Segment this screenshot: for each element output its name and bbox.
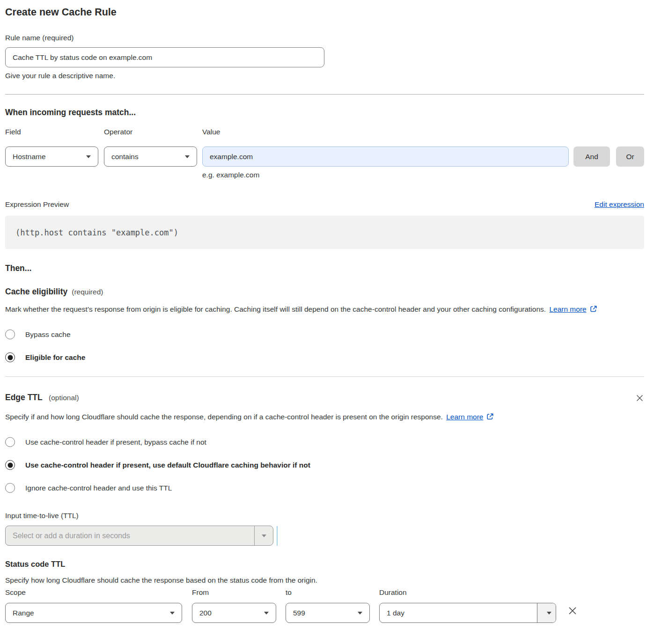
ttl-input-row: Select or add a duration in seconds <box>5 526 644 546</box>
expression-preview-label: Expression Preview <box>5 200 69 209</box>
external-link-icon <box>486 411 494 424</box>
rule-name-label: Rule name (required) <box>5 34 644 42</box>
cache-eligibility-options: Bypass cache Eligible for cache <box>5 329 644 362</box>
rule-name-input[interactable] <box>5 47 324 67</box>
expression-header: Expression Preview Edit expression <box>5 200 644 209</box>
cache-eligibility-heading: Cache eligibility <box>5 287 67 297</box>
radio-checked-icon <box>5 352 15 362</box>
remove-row-icon[interactable] <box>567 606 578 618</box>
status-code-ttl-row: Scope Range From 200 to 599 Duration 1 d… <box>5 588 644 623</box>
text-cursor <box>277 526 278 546</box>
radio-unchecked-icon <box>5 437 15 447</box>
section-divider <box>5 376 644 377</box>
cache-eligibility-description-text: Mark whether the request’s response from… <box>5 305 546 313</box>
cache-eligibility-qualifier: (required) <box>72 288 103 296</box>
radio-option-ignore-header[interactable]: Ignore cache-control header and use this… <box>5 483 644 493</box>
field-select-value: Hostname <box>13 153 46 161</box>
from-select[interactable]: 200 <box>192 603 276 623</box>
duration-select-value: 1 day <box>380 603 537 622</box>
then-heading: Then... <box>5 263 644 273</box>
radio-option-bypass-cache[interactable]: Bypass cache <box>5 329 644 339</box>
match-section: When incoming requests match... Field Op… <box>5 108 644 179</box>
radio-checked-icon <box>5 460 15 470</box>
ttl-input-label: Input time-to-live (TTL) <box>5 512 644 520</box>
radio-option-label: Eligible for cache <box>25 353 85 362</box>
radio-option-use-header-default[interactable]: Use cache-control header if present, use… <box>5 460 644 470</box>
edge-ttl-heading: Edge TTL <box>5 393 43 402</box>
value-label: Value <box>202 128 220 136</box>
duration-select[interactable]: 1 day <box>379 603 556 623</box>
radio-option-eligible-for-cache[interactable]: Eligible for cache <box>5 352 644 362</box>
field-label: Field <box>5 128 104 136</box>
scope-label: Scope <box>5 588 182 597</box>
chevron-down-icon <box>170 612 175 615</box>
chevron-down-icon <box>86 155 91 158</box>
expression-preview-code: (http.host contains "example.com") <box>5 216 644 249</box>
status-code-ttl-description: Specify how long Cloudflare should cache… <box>5 576 644 585</box>
scope-column: Scope Range <box>5 588 182 623</box>
cache-eligibility-description: Mark whether the request’s response from… <box>5 303 637 317</box>
edge-ttl-qualifier: (optional) <box>49 394 79 402</box>
learn-more-link[interactable]: Learn more <box>446 413 483 421</box>
and-button[interactable]: And <box>573 146 610 167</box>
page-title: Create new Cache Rule <box>5 7 644 18</box>
duration-select-arrow-button[interactable] <box>537 603 556 622</box>
chevron-down-icon <box>262 534 266 537</box>
from-select-value: 200 <box>199 609 212 617</box>
create-cache-rule-form: Create new Cache Rule Rule name (require… <box>0 0 661 623</box>
close-icon[interactable] <box>635 394 644 404</box>
ttl-duration-select[interactable]: Select or add a duration in seconds <box>5 526 273 546</box>
radio-option-use-header-bypass[interactable]: Use cache-control header if present, byp… <box>5 437 644 447</box>
radio-unchecked-icon <box>5 329 15 339</box>
edge-ttl-description-text: Specify if and how long Cloudflare shoul… <box>5 413 443 421</box>
to-column: to 599 <box>286 588 370 623</box>
to-label: to <box>286 588 370 597</box>
to-select[interactable]: 599 <box>286 603 370 623</box>
cache-eligibility-header: Cache eligibility (required) <box>5 287 644 297</box>
chevron-down-icon <box>264 612 269 615</box>
to-select-value: 599 <box>293 609 305 617</box>
chevron-down-icon <box>358 612 362 615</box>
radio-option-label: Use cache-control header if present, byp… <box>25 438 206 446</box>
or-button[interactable]: Or <box>616 146 644 167</box>
radio-option-label: Bypass cache <box>25 330 71 339</box>
value-input[interactable] <box>202 146 569 167</box>
duration-label: Duration <box>379 588 556 597</box>
radio-option-label: Ignore cache-control header and use this… <box>25 484 172 492</box>
edit-expression-link[interactable]: Edit expression <box>595 200 644 209</box>
radio-option-label: Use cache-control header if present, use… <box>25 461 310 469</box>
match-heading: When incoming requests match... <box>5 108 644 117</box>
section-divider <box>5 94 644 95</box>
value-help: e.g. example.com <box>202 171 644 179</box>
from-label: From <box>192 588 276 597</box>
ttl-select-placeholder: Select or add a duration in seconds <box>6 526 254 545</box>
status-code-ttl-heading: Status code TTL <box>5 560 644 569</box>
chevron-down-icon <box>185 155 190 158</box>
scope-select[interactable]: Range <box>5 603 182 623</box>
learn-more-link[interactable]: Learn more <box>549 305 586 313</box>
chevron-down-icon <box>547 612 551 615</box>
edge-ttl-header: Edge TTL (optional) <box>5 393 644 404</box>
duration-column: Duration 1 day <box>379 588 556 623</box>
match-labels-row: Field Operator Value <box>5 128 644 141</box>
field-select[interactable]: Hostname <box>5 146 98 167</box>
edge-ttl-description: Specify if and how long Cloudflare shoul… <box>5 410 525 424</box>
operator-select-value: contains <box>111 153 139 161</box>
external-link-icon <box>590 304 597 317</box>
edge-ttl-options: Use cache-control header if present, byp… <box>5 437 644 493</box>
operator-label: Operator <box>104 128 202 136</box>
rule-name-help: Give your rule a descriptive name. <box>5 72 644 80</box>
from-column: From 200 <box>192 588 276 623</box>
match-controls-row: Hostname contains And Or <box>5 146 644 167</box>
radio-unchecked-icon <box>5 483 15 493</box>
scope-select-value: Range <box>13 609 34 617</box>
ttl-select-arrow-button[interactable] <box>254 526 273 545</box>
operator-select[interactable]: contains <box>104 146 197 167</box>
